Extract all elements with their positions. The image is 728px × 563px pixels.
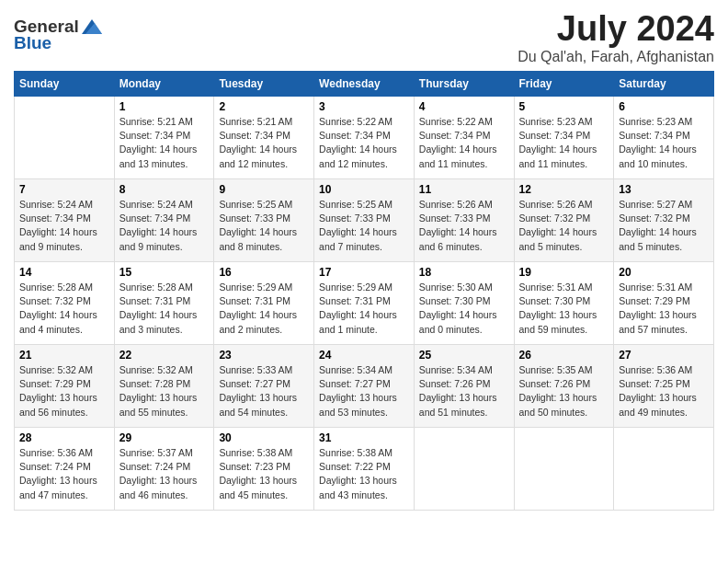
day-number: 18	[419, 266, 509, 279]
day-info: Sunrise: 5:24 AM Sunset: 7:34 PM Dayligh…	[119, 198, 210, 254]
page-header: General Blue July 2024 Du Qal'ah, Farah,…	[14, 9, 714, 65]
day-info: Sunrise: 5:35 AM Sunset: 7:26 PM Dayligh…	[519, 363, 609, 419]
day-number: 17	[319, 266, 409, 279]
day-info: Sunrise: 5:33 AM Sunset: 7:27 PM Dayligh…	[219, 363, 309, 419]
calendar-cell: 25Sunrise: 5:34 AM Sunset: 7:26 PM Dayli…	[414, 345, 514, 428]
calendar-cell: 24Sunrise: 5:34 AM Sunset: 7:27 PM Dayli…	[314, 345, 415, 428]
calendar-cell: 15Sunrise: 5:28 AM Sunset: 7:31 PM Dayli…	[114, 262, 214, 345]
calendar-cell: 18Sunrise: 5:30 AM Sunset: 7:30 PM Dayli…	[414, 262, 514, 345]
day-info: Sunrise: 5:22 AM Sunset: 7:34 PM Dayligh…	[319, 115, 409, 171]
calendar-cell: 23Sunrise: 5:33 AM Sunset: 7:27 PM Dayli…	[214, 345, 314, 428]
calendar-cell: 5Sunrise: 5:23 AM Sunset: 7:34 PM Daylig…	[514, 97, 614, 179]
day-info: Sunrise: 5:22 AM Sunset: 7:34 PM Dayligh…	[419, 115, 509, 171]
day-info: Sunrise: 5:34 AM Sunset: 7:26 PM Dayligh…	[419, 363, 509, 419]
day-info: Sunrise: 5:32 AM Sunset: 7:28 PM Dayligh…	[119, 363, 210, 419]
logo-icon	[82, 17, 102, 36]
calendar-cell: 9Sunrise: 5:25 AM Sunset: 7:33 PM Daylig…	[214, 179, 314, 262]
day-info: Sunrise: 5:31 AM Sunset: 7:30 PM Dayligh…	[519, 281, 609, 337]
day-number: 31	[319, 431, 409, 444]
calendar-cell: 13Sunrise: 5:27 AM Sunset: 7:32 PM Dayli…	[614, 179, 714, 262]
day-number: 3	[319, 100, 409, 113]
day-info: Sunrise: 5:26 AM Sunset: 7:33 PM Dayligh…	[419, 198, 509, 254]
day-number: 24	[319, 349, 409, 362]
day-number: 1	[119, 100, 210, 113]
day-number: 23	[219, 349, 309, 362]
day-info: Sunrise: 5:29 AM Sunset: 7:31 PM Dayligh…	[219, 281, 309, 337]
calendar-cell: 1Sunrise: 5:21 AM Sunset: 7:34 PM Daylig…	[114, 97, 214, 179]
day-number: 28	[19, 431, 109, 444]
day-number: 2	[219, 100, 309, 113]
calendar-title: July 2024	[518, 9, 714, 49]
day-number: 25	[419, 349, 509, 362]
header-thursday: Thursday	[414, 72, 514, 97]
calendar-cell: 3Sunrise: 5:22 AM Sunset: 7:34 PM Daylig…	[314, 97, 415, 179]
calendar-cell: 10Sunrise: 5:25 AM Sunset: 7:33 PM Dayli…	[314, 179, 415, 262]
calendar-week-row: 1Sunrise: 5:21 AM Sunset: 7:34 PM Daylig…	[15, 97, 714, 179]
title-area: July 2024 Du Qal'ah, Farah, Afghanistan	[518, 9, 714, 65]
day-number: 15	[119, 266, 210, 279]
calendar-cell: 16Sunrise: 5:29 AM Sunset: 7:31 PM Dayli…	[214, 262, 314, 345]
day-info: Sunrise: 5:26 AM Sunset: 7:32 PM Dayligh…	[519, 198, 609, 254]
day-number: 10	[319, 183, 409, 196]
header-friday: Friday	[514, 72, 614, 97]
calendar-cell	[614, 428, 714, 511]
day-number: 22	[119, 349, 210, 362]
calendar-subtitle: Du Qal'ah, Farah, Afghanistan	[518, 49, 714, 65]
day-info: Sunrise: 5:29 AM Sunset: 7:31 PM Dayligh…	[319, 281, 409, 337]
calendar-cell: 12Sunrise: 5:26 AM Sunset: 7:32 PM Dayli…	[514, 179, 614, 262]
day-info: Sunrise: 5:23 AM Sunset: 7:34 PM Dayligh…	[619, 115, 709, 171]
day-number: 27	[619, 349, 709, 362]
day-info: Sunrise: 5:27 AM Sunset: 7:32 PM Dayligh…	[619, 198, 709, 254]
calendar-cell: 19Sunrise: 5:31 AM Sunset: 7:30 PM Dayli…	[514, 262, 614, 345]
day-info: Sunrise: 5:28 AM Sunset: 7:31 PM Dayligh…	[119, 281, 210, 337]
day-number: 11	[419, 183, 509, 196]
calendar-cell: 27Sunrise: 5:36 AM Sunset: 7:25 PM Dayli…	[614, 345, 714, 428]
calendar-cell: 11Sunrise: 5:26 AM Sunset: 7:33 PM Dayli…	[414, 179, 514, 262]
header-monday: Monday	[114, 72, 214, 97]
calendar-cell: 8Sunrise: 5:24 AM Sunset: 7:34 PM Daylig…	[114, 179, 214, 262]
calendar-week-row: 14Sunrise: 5:28 AM Sunset: 7:32 PM Dayli…	[15, 262, 714, 345]
day-info: Sunrise: 5:37 AM Sunset: 7:24 PM Dayligh…	[119, 446, 210, 502]
day-info: Sunrise: 5:34 AM Sunset: 7:27 PM Dayligh…	[319, 363, 409, 419]
calendar-cell: 26Sunrise: 5:35 AM Sunset: 7:26 PM Dayli…	[514, 345, 614, 428]
day-info: Sunrise: 5:36 AM Sunset: 7:25 PM Dayligh…	[619, 363, 709, 419]
day-info: Sunrise: 5:38 AM Sunset: 7:22 PM Dayligh…	[319, 446, 409, 502]
day-number: 26	[519, 349, 609, 362]
calendar-cell	[15, 97, 115, 179]
calendar-cell: 22Sunrise: 5:32 AM Sunset: 7:28 PM Dayli…	[114, 345, 214, 428]
day-number: 30	[219, 431, 309, 444]
calendar-cell: 4Sunrise: 5:22 AM Sunset: 7:34 PM Daylig…	[414, 97, 514, 179]
day-info: Sunrise: 5:38 AM Sunset: 7:23 PM Dayligh…	[219, 446, 309, 502]
day-number: 8	[119, 183, 210, 196]
calendar-cell: 28Sunrise: 5:36 AM Sunset: 7:24 PM Dayli…	[15, 428, 115, 511]
calendar-cell: 7Sunrise: 5:24 AM Sunset: 7:34 PM Daylig…	[15, 179, 115, 262]
calendar-cell: 31Sunrise: 5:38 AM Sunset: 7:22 PM Dayli…	[314, 428, 415, 511]
calendar-cell: 17Sunrise: 5:29 AM Sunset: 7:31 PM Dayli…	[314, 262, 415, 345]
day-number: 19	[519, 266, 609, 279]
day-number: 12	[519, 183, 609, 196]
day-info: Sunrise: 5:31 AM Sunset: 7:29 PM Dayligh…	[619, 281, 709, 337]
calendar-week-row: 7Sunrise: 5:24 AM Sunset: 7:34 PM Daylig…	[15, 179, 714, 262]
day-number: 21	[19, 349, 109, 362]
day-info: Sunrise: 5:24 AM Sunset: 7:34 PM Dayligh…	[19, 198, 109, 254]
day-info: Sunrise: 5:30 AM Sunset: 7:30 PM Dayligh…	[419, 281, 509, 337]
calendar-cell: 14Sunrise: 5:28 AM Sunset: 7:32 PM Dayli…	[15, 262, 115, 345]
day-number: 16	[219, 266, 309, 279]
logo-blue: Blue	[14, 33, 51, 53]
calendar-cell: 30Sunrise: 5:38 AM Sunset: 7:23 PM Dayli…	[214, 428, 314, 511]
day-number: 5	[519, 100, 609, 113]
header-saturday: Saturday	[614, 72, 714, 97]
calendar-header-row: SundayMondayTuesdayWednesdayThursdayFrid…	[15, 72, 714, 97]
calendar-cell: 29Sunrise: 5:37 AM Sunset: 7:24 PM Dayli…	[114, 428, 214, 511]
day-info: Sunrise: 5:32 AM Sunset: 7:29 PM Dayligh…	[19, 363, 109, 419]
day-number: 9	[219, 183, 309, 196]
calendar-cell	[514, 428, 614, 511]
day-number: 14	[19, 266, 109, 279]
day-info: Sunrise: 5:23 AM Sunset: 7:34 PM Dayligh…	[519, 115, 609, 171]
logo: General Blue	[14, 17, 102, 53]
day-info: Sunrise: 5:21 AM Sunset: 7:34 PM Dayligh…	[219, 115, 309, 171]
day-number: 29	[119, 431, 210, 444]
calendar-cell: 20Sunrise: 5:31 AM Sunset: 7:29 PM Dayli…	[614, 262, 714, 345]
day-info: Sunrise: 5:36 AM Sunset: 7:24 PM Dayligh…	[19, 446, 109, 502]
day-info: Sunrise: 5:21 AM Sunset: 7:34 PM Dayligh…	[119, 115, 210, 171]
